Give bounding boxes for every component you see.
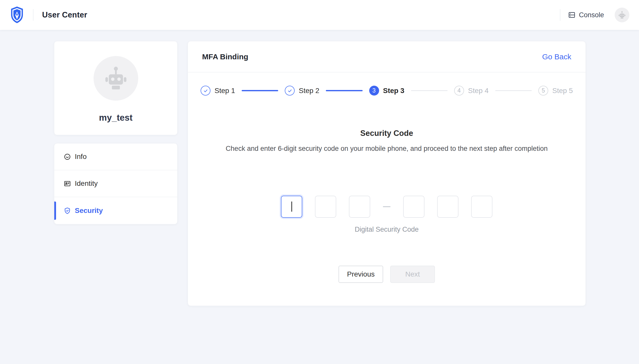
sidebar-item-info[interactable]: Info bbox=[54, 143, 177, 170]
sidebar-menu: Info Identity Security bbox=[54, 143, 178, 224]
step-connector bbox=[495, 90, 532, 91]
previous-button[interactable]: Previous bbox=[339, 266, 383, 283]
sidebar-item-label: Identity bbox=[75, 179, 98, 188]
action-buttons: Previous Next bbox=[188, 266, 585, 283]
robot-icon bbox=[102, 64, 130, 93]
app-title: User Center bbox=[42, 10, 87, 20]
text-caret bbox=[291, 202, 292, 212]
console-button[interactable]: Console bbox=[568, 11, 604, 19]
step-connector bbox=[326, 90, 362, 91]
code-digit-input-2[interactable] bbox=[315, 196, 336, 218]
active-indicator bbox=[54, 202, 56, 220]
next-button-disabled[interactable]: Next bbox=[390, 266, 435, 283]
code-digit-input-4[interactable] bbox=[403, 196, 424, 218]
sidebar-item-label: Security bbox=[75, 207, 103, 215]
shield-check-icon bbox=[64, 207, 71, 214]
robot-icon bbox=[617, 10, 627, 20]
code-digit-input-3[interactable] bbox=[349, 196, 370, 218]
console-icon bbox=[568, 11, 576, 19]
step-check-icon bbox=[201, 86, 210, 96]
stepper: Step 1 Step 2 3 Step 3 4 Step 4 5 bbox=[188, 86, 585, 96]
section-description: Check and enter 6-digit security code on… bbox=[188, 145, 585, 153]
step-number: 3 bbox=[369, 86, 379, 96]
username: my_test bbox=[99, 113, 132, 123]
step-5: 5 Step 5 bbox=[538, 86, 573, 96]
step-number: 5 bbox=[538, 86, 548, 96]
step-4: 4 Step 4 bbox=[454, 86, 489, 96]
sidebar-item-label: Info bbox=[75, 153, 87, 161]
step-label: Step 1 bbox=[215, 87, 235, 95]
step-1: Step 1 bbox=[201, 86, 235, 96]
step-number: 4 bbox=[454, 86, 464, 96]
section-heading: Security Code bbox=[188, 129, 585, 138]
step-label: Step 2 bbox=[299, 87, 319, 95]
mfa-binding-panel: MFA Binding Go Back Step 1 Step 2 3 S bbox=[188, 41, 586, 306]
smile-icon bbox=[64, 153, 71, 160]
step-3-current: 3 Step 3 bbox=[369, 86, 404, 96]
id-card-icon bbox=[64, 180, 71, 187]
header-divider bbox=[33, 9, 33, 21]
profile-card: my_test bbox=[54, 41, 178, 135]
code-digit-input-6[interactable] bbox=[471, 196, 492, 218]
sidebar-item-identity[interactable]: Identity bbox=[54, 170, 177, 197]
code-separator-dash bbox=[383, 206, 390, 207]
user-avatar[interactable] bbox=[615, 8, 629, 22]
step-2: Step 2 bbox=[285, 86, 319, 96]
step-connector bbox=[411, 90, 448, 91]
code-digit-input-5[interactable] bbox=[437, 196, 458, 218]
top-header: User Center Console bbox=[0, 0, 639, 30]
step-label: Step 5 bbox=[552, 87, 573, 95]
step-label: Step 3 bbox=[383, 87, 404, 95]
step-connector bbox=[242, 90, 278, 91]
shield-logo-icon bbox=[10, 6, 24, 24]
console-label: Console bbox=[579, 11, 604, 19]
code-digit-input-1[interactable] bbox=[281, 196, 302, 218]
profile-avatar bbox=[94, 56, 138, 101]
security-code-inputs bbox=[188, 196, 585, 218]
code-input-label: Digital Security Code bbox=[188, 226, 585, 233]
step-check-icon bbox=[285, 86, 295, 96]
panel-header: MFA Binding Go Back bbox=[188, 41, 585, 72]
header-right-divider bbox=[560, 9, 560, 21]
step-label: Step 4 bbox=[468, 87, 489, 95]
sidebar-item-security[interactable]: Security bbox=[54, 197, 177, 224]
sidebar: my_test Info Identity bbox=[54, 41, 178, 306]
go-back-link[interactable]: Go Back bbox=[542, 52, 571, 61]
panel-title: MFA Binding bbox=[202, 52, 248, 61]
